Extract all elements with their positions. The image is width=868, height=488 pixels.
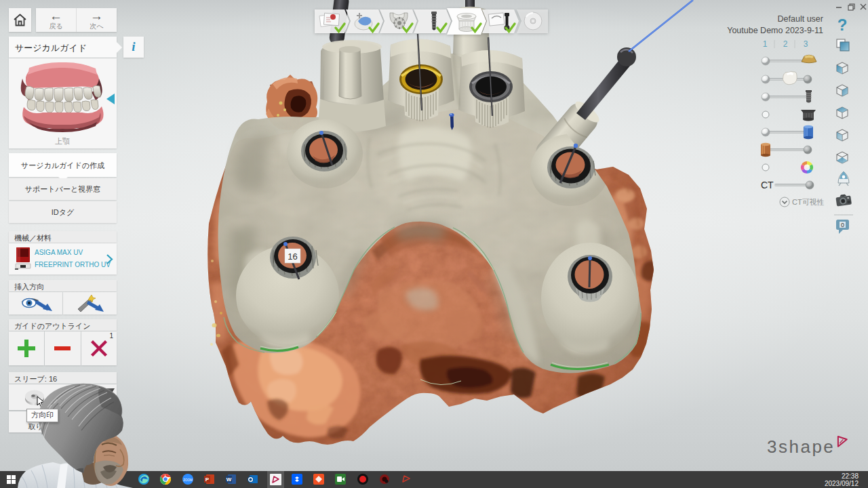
svg-text:3: 3 (804, 39, 808, 49)
svg-text:2: 2 (783, 39, 788, 49)
svg-text:ZOOM: ZOOM (183, 479, 193, 482)
svg-text:P: P (205, 476, 210, 483)
svg-text:?: ? (837, 16, 848, 34)
svg-text:0: 0 (841, 222, 844, 228)
svg-text:CT可視性: CT可視性 (792, 198, 825, 206)
svg-text:CT: CT (761, 180, 774, 190)
svg-text:1: 1 (763, 39, 768, 49)
svg-text:16: 16 (288, 251, 297, 262)
svg-text:W: W (226, 476, 232, 483)
svg-text:上顎: 上顎 (55, 137, 70, 145)
